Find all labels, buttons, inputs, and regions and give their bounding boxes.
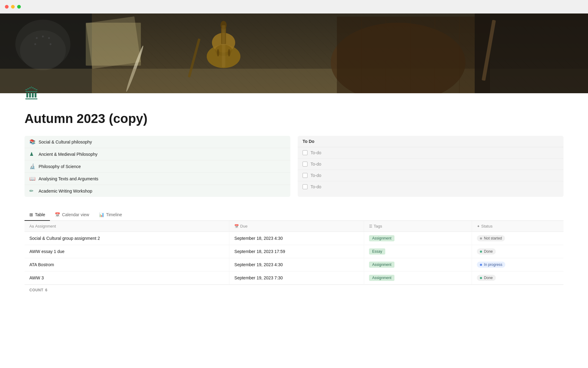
- minimize-button[interactable]: [11, 5, 15, 9]
- cell-assignment: Social & Cultural group assignment 2: [24, 232, 229, 245]
- page-title: Autumn 2023 (copy): [24, 111, 564, 126]
- data-table: AaAssignment📅Due☰Tags✦Status Social & Cu…: [24, 221, 564, 285]
- count-label: COUNT: [29, 288, 43, 292]
- todo-checkbox[interactable]: [303, 184, 307, 189]
- svg-point-22: [228, 49, 230, 56]
- close-button[interactable]: [5, 5, 9, 9]
- cell-status: Done: [472, 245, 564, 258]
- tag-badge[interactable]: Assignment: [369, 262, 394, 268]
- tab-icon-calendar: 📅: [55, 212, 60, 217]
- cell-due: September 19, 2023 4:30: [229, 258, 364, 271]
- th-icon-tags: ☰: [369, 224, 372, 228]
- todo-checkbox[interactable]: [303, 150, 307, 155]
- cell-tags: Assignment: [364, 258, 472, 271]
- todo-item[interactable]: To-do: [298, 159, 564, 170]
- tabs-row: ⊞ Table 📅 Calendar view 📊 Timeline: [24, 209, 564, 221]
- todo-checkbox[interactable]: [303, 162, 307, 167]
- course-name: Ancient & Medieval Philosophy: [39, 152, 97, 157]
- svg-rect-25: [337, 17, 490, 93]
- svg-point-5: [42, 36, 44, 37]
- tab-timeline[interactable]: 📊 Timeline: [94, 209, 127, 221]
- svg-point-6: [48, 37, 50, 39]
- tab-icon-timeline: 📊: [99, 212, 104, 217]
- cell-status: Done: [472, 271, 564, 285]
- hero-banner: [0, 13, 588, 93]
- tab-label-table: Table: [35, 212, 45, 217]
- count-value: 6: [45, 288, 47, 292]
- th-due[interactable]: 📅Due: [229, 221, 364, 232]
- th-icon-assignment: Aa: [29, 224, 34, 228]
- cell-tags: Essay: [364, 245, 472, 258]
- tag-badge[interactable]: Assignment: [369, 275, 394, 281]
- course-item[interactable]: ♟ Ancient & Medieval Philosophy: [24, 148, 290, 160]
- cell-status: Not started: [472, 232, 564, 245]
- tab-calendar[interactable]: 📅 Calendar view: [50, 209, 94, 221]
- status-badge[interactable]: In progress: [477, 262, 505, 268]
- course-item[interactable]: 📖 Analysing Texts and Arguments: [24, 173, 290, 185]
- course-icon: ♟: [29, 151, 36, 157]
- cell-assignment: ATA Bostrom: [24, 258, 229, 271]
- svg-point-21: [217, 49, 219, 56]
- status-badge[interactable]: Done: [477, 275, 496, 281]
- svg-point-8: [50, 43, 51, 45]
- page-icon-area: 🏛: [0, 86, 588, 103]
- course-list: 📚 Social & Cultural philosophy ♟ Ancient…: [24, 136, 290, 197]
- status-dot: [480, 277, 482, 279]
- todo-text: To-do: [311, 184, 321, 189]
- page-icon: 🏛: [24, 86, 39, 102]
- cell-due: September 19, 2023 7:30: [229, 271, 364, 285]
- status-badge[interactable]: Done: [477, 248, 496, 255]
- tab-label-timeline: Timeline: [106, 212, 122, 217]
- two-column-section: 📚 Social & Cultural philosophy ♟ Ancient…: [24, 136, 564, 197]
- todo-item[interactable]: To-do: [298, 181, 564, 192]
- cell-due: September 18, 2023 4:30: [229, 232, 364, 245]
- th-tags[interactable]: ☰Tags: [364, 221, 472, 232]
- todo-list: To Do To-do To-do To-do To-do: [298, 136, 564, 197]
- tag-badge[interactable]: Assignment: [369, 235, 394, 241]
- maximize-button[interactable]: [17, 5, 21, 9]
- table-row[interactable]: Social & Cultural group assignment 2 Sep…: [24, 232, 564, 245]
- course-name: Philosophy of Science: [39, 164, 81, 169]
- course-item[interactable]: 📚 Social & Cultural philosophy: [24, 136, 290, 148]
- cell-due: September 18, 2023 17:59: [229, 245, 364, 258]
- course-name: Academic Writing Workshop: [39, 189, 92, 194]
- todo-text: To-do: [311, 150, 321, 155]
- cell-tags: Assignment: [364, 271, 472, 285]
- todo-header: To Do: [298, 136, 564, 147]
- todo-item[interactable]: To-do: [298, 147, 564, 159]
- course-item[interactable]: ✏ Academic Writing Workshop: [24, 185, 290, 197]
- cell-status: In progress: [472, 258, 564, 271]
- tab-label-calendar: Calendar view: [62, 212, 89, 217]
- status-dot: [480, 264, 482, 266]
- todo-text: To-do: [311, 173, 321, 178]
- table-header-row: AaAssignment📅Due☰Tags✦Status: [24, 221, 564, 232]
- course-icon: ✏: [29, 188, 36, 194]
- th-assignment[interactable]: AaAssignment: [24, 221, 229, 232]
- course-name: Social & Cultural philosophy: [39, 140, 92, 144]
- todo-checkbox[interactable]: [303, 173, 307, 178]
- th-status[interactable]: ✦Status: [472, 221, 564, 232]
- svg-point-4: [36, 37, 38, 39]
- course-icon: 📚: [29, 139, 36, 145]
- th-icon-status: ✦: [477, 224, 480, 228]
- table-row[interactable]: AWW 3 September 19, 2023 7:30 Assignment…: [24, 271, 564, 285]
- status-dot: [480, 251, 482, 253]
- title-bar: [0, 0, 588, 13]
- svg-rect-10: [86, 17, 141, 69]
- status-dot: [480, 237, 482, 240]
- todo-text: To-do: [311, 162, 321, 167]
- course-item[interactable]: 🔬 Philosophy of Science: [24, 160, 290, 173]
- main-content: Autumn 2023 (copy) 📚 Social & Cultural p…: [0, 103, 588, 314]
- course-name: Analysing Texts and Arguments: [39, 176, 98, 181]
- th-icon-due: 📅: [234, 224, 239, 228]
- cell-assignment: AWW 3: [24, 271, 229, 285]
- tab-table[interactable]: ⊞ Table: [24, 209, 50, 221]
- table-row[interactable]: AWW essay 1 due September 18, 2023 17:59…: [24, 245, 564, 258]
- status-badge[interactable]: Not started: [477, 235, 505, 241]
- table-row[interactable]: ATA Bostrom September 19, 2023 4:30 Assi…: [24, 258, 564, 271]
- todo-item[interactable]: To-do: [298, 170, 564, 181]
- tag-badge[interactable]: Essay: [369, 248, 385, 255]
- svg-point-7: [34, 43, 36, 45]
- cell-assignment: AWW essay 1 due: [24, 245, 229, 258]
- count-row: COUNT 6: [24, 285, 564, 295]
